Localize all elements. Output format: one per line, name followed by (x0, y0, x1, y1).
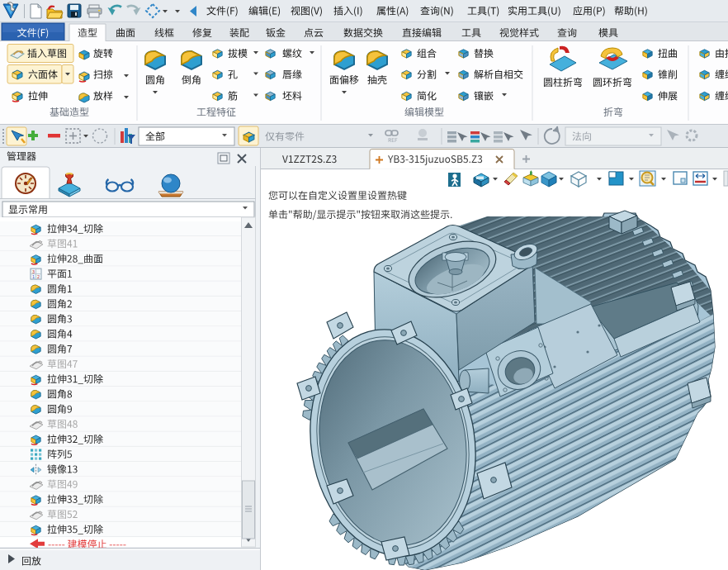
svg-text:2: 2 (37, 274, 40, 279)
svg-text:3: 3 (32, 269, 35, 274)
svg-text:1: 1 (32, 274, 35, 279)
